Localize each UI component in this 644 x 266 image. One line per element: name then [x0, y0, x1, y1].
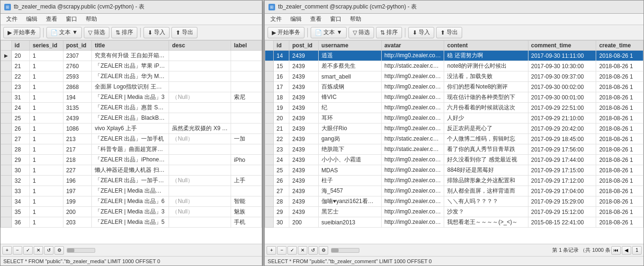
right-menu-view[interactable]: 查看 — [306, 14, 325, 24]
table-row[interactable]: 262439柱子http://img0.zealer.com/1c 排除品牌形象… — [265, 176, 644, 186]
table-row[interactable]: 192439纪http://img0.zealer.com/14 六月份看着的时… — [265, 103, 644, 113]
table-row[interactable]: 142439逍遥http://img0.zealer.com/4e 稳 还需努力… — [265, 51, 644, 61]
cell-content: note8的评测什么时候出 — [444, 61, 528, 71]
table-row[interactable]: 2413135「ZEALER 出品」惠普 Spe 看首发，来ZEALER！总看手… — [1, 103, 262, 113]
right-filter-button[interactable]: ▽ 筛选 — [349, 27, 374, 38]
table-row[interactable]: 271213「ZEALER 出品」一加手机（Null）一加 — [1, 134, 262, 144]
right-menu-help[interactable]: 帮助 — [346, 14, 365, 24]
table-row[interactable]: 172439百炼成钢http://img0.zealer.com/bc 你们好的… — [265, 82, 644, 92]
right-col-avatar[interactable]: avatar — [381, 41, 444, 51]
table-row[interactable]: 361203「ZEALER | Media 出品」5手机 — [1, 217, 262, 228]
table-row[interactable]: 341199「ZEALER | Media 出品」6（Null）智能 — [1, 196, 262, 207]
right-nav-prev[interactable]: ◀ — [622, 246, 631, 255]
table-row[interactable]: 242439小小小、小霜道http://img0.zealer.com/9f 好… — [265, 155, 644, 165]
left-refresh-button[interactable]: ↺ — [44, 246, 54, 255]
right-start-transaction-button[interactable]: ▶ 开始事务 — [268, 27, 304, 38]
table-row[interactable]: 202439耳环http://img0.zealer.com/27 人好少人好少… — [265, 113, 644, 124]
right-scroll-indicator[interactable] — [331, 248, 359, 253]
table-row[interactable]: 281217「科普专题」曲面超宽屏幕 手机在追求更高的分辨率，「LG; — [1, 144, 262, 155]
right-col-postid[interactable]: post_id — [289, 41, 319, 51]
table-row[interactable]: 2512439「ZEALER 出品」BlackBer 还记得之前那期《科技相对 … — [1, 113, 262, 124]
cell-id: 26 — [274, 176, 289, 186]
left-menu-file[interactable]: 文件 — [2, 14, 21, 24]
left-menu-edit[interactable]: 编辑 — [22, 14, 41, 24]
right-menu-edit[interactable]: 编辑 — [286, 14, 305, 24]
left-remove-button[interactable]: − — [13, 246, 22, 255]
left-export-button[interactable]: ⬆ 导出 — [171, 27, 197, 38]
left-cross-button[interactable]: ✕ — [34, 246, 43, 255]
table-row[interactable]: 2212593「ZEALER 出品」华为 Mat 看首发，来 ZEALER！华为… — [1, 71, 262, 82]
table-row[interactable]: 301227懒人神器还是懒人机器 扫地 你是不是会经常遇到这样的 唐陌 — [1, 165, 262, 176]
cell-comment_time: 2017-09-30 00:02:00 — [528, 82, 596, 92]
cell-post_id: 2439 — [289, 82, 319, 92]
table-row[interactable]: 222439gang岗http://static.zealer.com/in 个… — [265, 134, 644, 144]
left-start-transaction-button[interactable]: ▶ 开始事务 — [3, 27, 40, 38]
cell-desc — [169, 186, 231, 196]
cell-post_id: 200 — [289, 217, 319, 228]
left-col-id[interactable]: id — [11, 41, 29, 51]
table-row[interactable]: 272439海_5457http://img0.zealer.com/27 别人… — [265, 186, 644, 196]
left-add-button[interactable]: + — [2, 246, 12, 255]
right-col-comment-time[interactable]: comment_time — [528, 41, 596, 51]
table-row[interactable]: 292439黑艺士http://img0.zealer.com/dk 沙发？沙发… — [265, 207, 644, 217]
left-sort-button[interactable]: ⇅ 排序 — [111, 27, 137, 38]
cell-label — [231, 82, 262, 92]
table-row[interactable]: 351200「ZEALER | Media 出品」3（Null）魅族 — [1, 207, 262, 217]
right-remove-button[interactable]: − — [277, 246, 286, 255]
left-menu-help[interactable]: 帮助 — [82, 14, 101, 24]
right-col-content[interactable]: content — [444, 41, 528, 51]
left-scroll-indicator[interactable] — [67, 248, 95, 253]
right-col-create-time[interactable]: create_time — [596, 41, 644, 51]
left-col-label[interactable]: label — [231, 41, 262, 51]
right-col-id[interactable]: id — [274, 41, 289, 51]
left-bottom-toolbar: + − ✓ ✕ ↺ ⚙ — [0, 244, 262, 256]
right-menu-file[interactable]: 文件 — [267, 14, 286, 24]
left-col-title[interactable]: title — [92, 41, 169, 51]
left-text-button[interactable]: 📄 文本 ▼ — [46, 27, 82, 38]
left-menu-view[interactable]: 查看 — [42, 14, 61, 24]
right-nav-first[interactable]: ⏮ — [611, 246, 621, 255]
cell-id: 33 — [11, 186, 29, 196]
right-sort-button[interactable]: ⇅ 排序 — [376, 27, 402, 38]
table-row[interactable]: 252439MDAShttp://img0.zealer.com/in 8848… — [265, 165, 644, 176]
left-config-button[interactable]: ⚙ — [54, 246, 64, 255]
left-check-button[interactable]: ✓ — [23, 246, 33, 255]
table-row[interactable]: 232439绝肤跪下http://static.zealer.com/in 看了… — [265, 144, 644, 155]
left-col-desc[interactable]: desc — [169, 41, 231, 51]
left-import-button[interactable]: ⬇ 导入 — [143, 27, 170, 38]
right-add-button[interactable]: + — [267, 246, 276, 255]
table-row[interactable]: 162439smart_abellhttp://img0.zealer.com/… — [265, 71, 644, 82]
cell-username: gang岗 — [318, 134, 381, 144]
table-row[interactable]: 331197「ZEALER | Media 出品」于2015年7月，魅族发布了 … — [1, 186, 262, 196]
right-check-button[interactable]: ✓ — [287, 246, 297, 255]
table-row[interactable]: 30200sueibian2013http://img0.zealer.com/… — [265, 217, 644, 228]
table-row[interactable]: 182439锋VIChttp://img0.zealer.com/0c 现在估计… — [265, 92, 644, 103]
table-row[interactable]: 2611086vivo Xplay6 上手虽然柔光双摄的 X9 才是 vivo … — [1, 124, 262, 134]
cell-desc — [169, 113, 231, 124]
right-text-button[interactable]: 📄 文本 ▼ — [311, 27, 346, 38]
right-col-username[interactable]: username — [318, 41, 381, 51]
left-filter-button[interactable]: ▽ 筛选 — [84, 27, 109, 38]
table-row[interactable]: 2112760「ZEALER 出品」苹果 iPho 时隔一个月，iPhone X… — [1, 61, 262, 71]
left-col-series[interactable]: series_id — [29, 41, 63, 51]
right-import-button[interactable]: ⬇ 导入 — [408, 27, 434, 38]
left-table-container[interactable]: id series_id post_id title desc label ▶2… — [0, 40, 262, 244]
right-nav-page[interactable]: 1 — [632, 246, 642, 255]
table-row[interactable]: 282439伽喃♥yanzi1621看片儿http://img0.zealer.… — [265, 196, 644, 207]
right-cross-button[interactable]: ✕ — [298, 246, 307, 255]
row-indicator — [1, 186, 12, 196]
right-table-container[interactable]: id post_id username avatar content comme… — [265, 40, 644, 244]
table-row[interactable]: 152439差不多蔡先生http://static.zealer.com/in … — [265, 61, 644, 71]
table-row[interactable]: 2312868全面屏 Logo指纹识别 王自! 在昨天的发布会上，我们以ZEAL — [1, 82, 262, 92]
table-row[interactable]: 321196「ZEALER 出品」一加手机2（Null）上手 — [1, 176, 262, 186]
table-row[interactable]: ▶2012307究竟有何升级 王自如开箱上 看首发，来 ZEALER！这次 iP… — [1, 51, 262, 61]
right-config-button[interactable]: ⚙ — [319, 246, 328, 255]
table-row[interactable]: 311194「ZEALER | Media 出品」3（Null）索尼 — [1, 92, 262, 103]
left-col-postid[interactable]: post_id — [63, 41, 92, 51]
right-refresh-button[interactable]: ↺ — [308, 246, 318, 255]
left-menu-window[interactable]: 窗口 — [62, 14, 81, 24]
right-export-button[interactable]: ⬆ 导出 — [436, 27, 462, 38]
table-row[interactable]: 212439大眼仔Riohttp://img0.zealer.com/98 反正… — [265, 124, 644, 134]
right-menu-window[interactable]: 窗口 — [326, 14, 345, 24]
table-row[interactable]: 291218「ZEALER 出品」iPhone 6（iPho — [1, 155, 262, 165]
